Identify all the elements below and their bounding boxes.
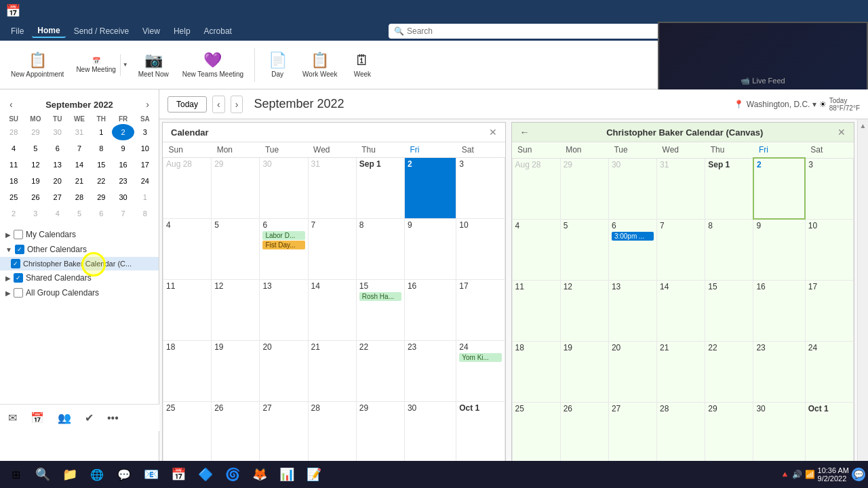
- mini-cal-day[interactable]: 7: [112, 205, 134, 222]
- calendar-cell[interactable]: 17: [805, 280, 853, 341]
- calendar-cell[interactable]: 25: [163, 402, 212, 463]
- mini-cal-day[interactable]: 25: [3, 189, 24, 205]
- calendar-cell[interactable]: 25: [512, 402, 560, 463]
- calendar-cell[interactable]: 12: [212, 280, 260, 341]
- taskbar-firefox-icon[interactable]: 🦊: [247, 462, 273, 487]
- mini-cal-day[interactable]: 13: [47, 157, 68, 173]
- sidebar-item-christopher-baker[interactable]: ✓ Christopher Baker Calendar (C...: [0, 257, 159, 270]
- event-first-day[interactable]: Fist Day...: [262, 241, 304, 249]
- mini-cal-day[interactable]: 4: [47, 205, 68, 222]
- calendar-cell[interactable]: 29: [705, 402, 753, 463]
- new-appointment-button[interactable]: 📋 New Appointment: [5, 49, 69, 81]
- calendar-cell[interactable]: 26: [560, 402, 608, 463]
- meet-now-button[interactable]: 📷 Meet Now: [133, 49, 174, 81]
- calendar-cell[interactable]: 15: [705, 280, 753, 341]
- calendar-cell[interactable]: 30: [753, 402, 805, 463]
- calendar-cell[interactable]: 21: [308, 341, 356, 402]
- calendar-cell[interactable]: Sep 1: [356, 158, 404, 219]
- calendar-cell[interactable]: 9: [753, 219, 805, 280]
- scroll-up[interactable]: ▲: [860, 122, 867, 129]
- calendar-cell[interactable]: 23: [404, 341, 456, 402]
- mini-cal-day[interactable]: 23: [112, 173, 134, 189]
- calendar-cell[interactable]: 28: [308, 402, 356, 463]
- calendar-cell[interactable]: 22: [705, 341, 753, 402]
- calendar-cell-today[interactable]: 2: [404, 158, 456, 219]
- taskbar-chrome-icon[interactable]: 🌀: [220, 462, 245, 487]
- other-calendars-checkbox[interactable]: ✓: [15, 245, 24, 254]
- calendar-cell[interactable]: 3: [805, 158, 853, 219]
- people-nav-icon[interactable]: 👥: [55, 409, 74, 427]
- more-nav-icon[interactable]: •••: [104, 409, 121, 427]
- mini-cal-day[interactable]: 8: [90, 140, 112, 157]
- calendar-cell[interactable]: Oct 1: [456, 402, 505, 463]
- taskbar-teams2-icon[interactable]: 🔷: [193, 462, 218, 487]
- mini-cal-day[interactable]: 3: [134, 124, 156, 140]
- mini-cal-day[interactable]: 18: [3, 173, 24, 189]
- mini-cal-day[interactable]: 30: [112, 189, 134, 205]
- taskbar-file-explorer-icon[interactable]: 📁: [57, 462, 83, 487]
- view-work-week-button[interactable]: 📋 Work Week: [297, 49, 342, 81]
- mini-cal-day[interactable]: 8: [134, 205, 156, 222]
- next-month-button[interactable]: ›: [231, 96, 243, 113]
- new-meeting-dropdown[interactable]: ▼: [120, 54, 130, 76]
- mini-cal-day[interactable]: 16: [112, 157, 134, 173]
- view-day-button[interactable]: 📄 Day: [260, 49, 294, 81]
- calendar-cell[interactable]: 19: [212, 341, 260, 402]
- calendar-cell[interactable]: 12: [560, 280, 608, 341]
- calendar-cell[interactable]: 29: [212, 158, 260, 219]
- mini-cal-day[interactable]: 7: [68, 140, 90, 157]
- mini-cal-day[interactable]: 20: [47, 173, 68, 189]
- event-yom-kippur[interactable]: Yom Ki...: [459, 353, 501, 362]
- calendar-cell[interactable]: 11: [163, 280, 212, 341]
- all-group-calendars-checkbox[interactable]: [14, 288, 23, 298]
- taskbar-edge-icon[interactable]: 🌐: [84, 462, 110, 487]
- calendar-cell[interactable]: Sep 1: [705, 158, 753, 219]
- right-panel-back-icon[interactable]: ←: [520, 127, 530, 138]
- notification-badge[interactable]: 💬: [852, 468, 865, 481]
- scroll-bar[interactable]: ▲ ▼: [857, 119, 868, 473]
- calendar-cell[interactable]: 7: [657, 219, 705, 280]
- mini-cal-day[interactable]: 14: [68, 157, 90, 173]
- my-calendars-checkbox[interactable]: [14, 230, 23, 239]
- christopher-baker-checkbox[interactable]: ✓: [11, 259, 20, 268]
- mini-cal-next[interactable]: ›: [142, 98, 153, 111]
- calendar-cell[interactable]: 6 Labor D... Fist Day...: [260, 219, 308, 280]
- calendar-cell[interactable]: 20: [608, 341, 656, 402]
- taskbar-start-button[interactable]: ⊞: [3, 462, 28, 487]
- calendar-cell[interactable]: 10: [456, 219, 505, 280]
- calendar-cell[interactable]: 7: [308, 219, 356, 280]
- shared-calendars-checkbox[interactable]: ✓: [14, 273, 23, 283]
- mini-cal-day[interactable]: 21: [68, 173, 90, 189]
- sidebar-item-other-calendars[interactable]: ▼ ✓ Other Calendars: [0, 242, 159, 257]
- calendar-cell[interactable]: 31: [657, 158, 705, 219]
- calendar-cell[interactable]: 13: [608, 280, 656, 341]
- calendar-cell[interactable]: 27: [608, 402, 656, 463]
- taskbar-search-icon[interactable]: 🔍: [30, 462, 56, 487]
- calendar-cell[interactable]: 16: [753, 280, 805, 341]
- calendar-cell[interactable]: 27: [260, 402, 308, 463]
- mini-cal-day[interactable]: 17: [134, 157, 156, 173]
- mail-nav-icon[interactable]: ✉: [5, 409, 20, 427]
- calendar-cell[interactable]: 24: [805, 341, 853, 402]
- mini-cal-day[interactable]: 1: [90, 124, 112, 140]
- calendar-cell[interactable]: Oct 1: [805, 402, 853, 463]
- calendar-cell[interactable]: 15 Rosh Ha...: [356, 280, 404, 341]
- tasks-nav-icon[interactable]: ✔: [82, 409, 96, 427]
- today-button[interactable]: Today: [167, 96, 207, 113]
- calendar-nav-icon[interactable]: 📅: [28, 409, 47, 427]
- mini-cal-day[interactable]: 4: [3, 140, 24, 157]
- sidebar-item-shared-calendars[interactable]: ▶ ✓ Shared Calendars: [0, 270, 159, 285]
- mini-cal-day[interactable]: 28: [3, 124, 24, 140]
- taskbar-word-icon[interactable]: 📝: [301, 462, 327, 487]
- mini-cal-day[interactable]: 26: [24, 189, 46, 205]
- mini-cal-day[interactable]: 6: [90, 205, 112, 222]
- sidebar-item-all-group-calendars[interactable]: ▶ All Group Calendars: [0, 285, 159, 300]
- mini-cal-day[interactable]: 19: [24, 173, 46, 189]
- mini-cal-day[interactable]: 5: [68, 205, 90, 222]
- mini-cal-day[interactable]: 2: [3, 205, 24, 222]
- view-week-button[interactable]: 🗓 Week: [345, 49, 379, 81]
- calendar-cell[interactable]: 3: [456, 158, 505, 219]
- calendar-cell[interactable]: 21: [657, 341, 705, 402]
- menu-home[interactable]: Home: [32, 24, 65, 38]
- menu-file[interactable]: File: [5, 25, 29, 37]
